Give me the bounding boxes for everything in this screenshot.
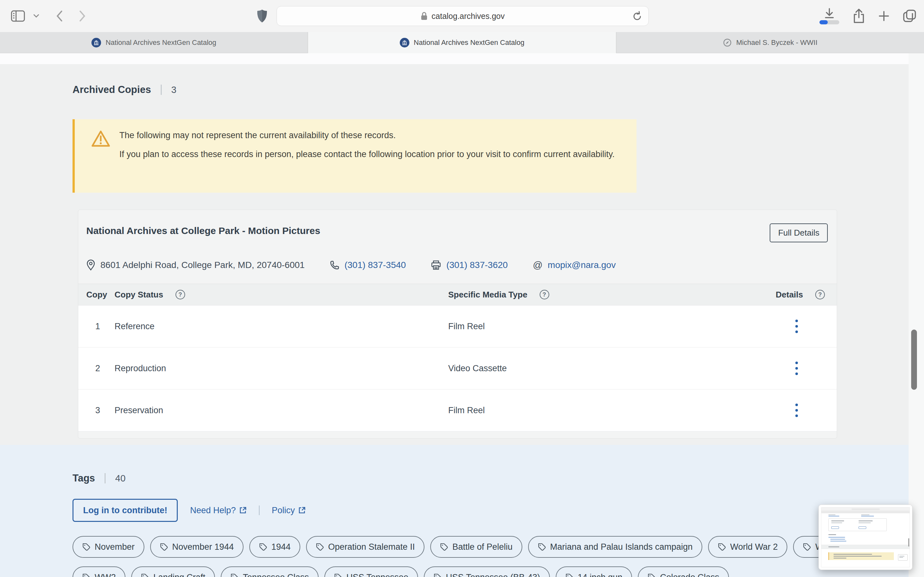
tags-actions-row: Log in to contribute! Need Help? Policy	[73, 499, 306, 522]
external-link-icon	[239, 506, 247, 514]
tab-title: Michael S. Byczek - WWII	[736, 39, 817, 47]
tag-pill-row-1: November November 1944 1944 Operation St…	[73, 536, 846, 558]
tags-heading: Tags	[73, 472, 95, 484]
copy-status: Reference	[115, 322, 448, 332]
column-header-copy-status: Copy Status	[115, 290, 163, 300]
new-tab-button[interactable]	[879, 11, 889, 21]
copy-status: Preservation	[115, 406, 448, 416]
tab-bar: National Archives NextGen Catalog Nation…	[0, 32, 924, 53]
archived-copies-heading: Archived Copies	[73, 84, 151, 95]
warning-line-2: If you plan to access these records in p…	[120, 147, 626, 161]
downloads-button[interactable]	[819, 8, 839, 24]
phone-icon	[330, 260, 339, 270]
tag-pill[interactable]: Landing Craft	[131, 566, 215, 577]
tag-pill[interactable]: USS Tennessee	[325, 566, 418, 577]
row-details-menu-button[interactable]	[764, 362, 829, 375]
tab-title: National Archives NextGen Catalog	[414, 39, 525, 47]
warning-line-1: The following may not represent the curr…	[120, 129, 626, 142]
location-address: 8601 Adelphi Road, College Park, MD, 207…	[100, 260, 305, 270]
archives-favicon-icon	[400, 38, 409, 47]
column-header-copy: Copy	[86, 290, 115, 300]
tag-pill[interactable]: Tennessee Class	[221, 566, 318, 577]
media-type: Film Reel	[448, 322, 764, 332]
location-contact-row: 8601 Adelphi Road, College Park, MD, 207…	[86, 255, 615, 275]
copy-number: 2	[86, 364, 115, 374]
location-pin-icon	[86, 259, 95, 271]
share-button[interactable]	[853, 9, 865, 23]
login-to-contribute-button[interactable]: Log in to contribute!	[73, 499, 178, 522]
tags-count: 40	[115, 473, 126, 484]
column-header-details: Details	[776, 290, 803, 300]
archived-copies-count: 3	[171, 85, 176, 95]
fax-link[interactable]: (301) 837-3620	[446, 260, 507, 270]
table-row: 3 Preservation Film Reel	[78, 390, 837, 432]
tag-pill[interactable]: Colorado Class	[638, 566, 729, 577]
tag-pill[interactable]: USS Tennessee (BB-43)	[424, 566, 550, 577]
scrollbar-thumb[interactable]	[911, 330, 917, 390]
tag-pill[interactable]: 14 inch gun	[556, 566, 632, 577]
browser-window: catalog.archives.gov	[0, 0, 924, 577]
details-help-icon[interactable]: ?	[815, 290, 825, 300]
screenshot-thumbnail-content	[821, 507, 910, 567]
heading-divider	[105, 473, 105, 484]
tag-pill[interactable]: Operation Stalemate II	[306, 536, 425, 558]
need-help-link[interactable]: Need Help?	[190, 506, 247, 516]
scrollbar-track[interactable]	[909, 53, 924, 577]
tab-overview-button[interactable]	[903, 9, 916, 23]
email-at-icon: @	[533, 259, 543, 271]
tag-pill[interactable]: November 1944	[150, 536, 244, 558]
email-link[interactable]: mopix@nara.gov	[548, 260, 615, 270]
availability-warning-banner: The following may not represent the curr…	[73, 119, 636, 193]
links-divider	[259, 506, 260, 515]
sidebar-chevron-down-icon[interactable]	[33, 14, 39, 18]
copy-number: 1	[86, 322, 115, 332]
copy-status: Reproduction	[115, 364, 448, 374]
tab-nara-catalog-2-active[interactable]: National Archives NextGen Catalog	[308, 32, 616, 53]
warning-triangle-icon	[91, 130, 111, 148]
heading-divider	[161, 85, 162, 95]
row-details-menu-button[interactable]	[764, 404, 829, 417]
reload-icon[interactable]	[632, 11, 642, 22]
forward-button[interactable]	[79, 10, 86, 22]
tab-byczek-wwii[interactable]: Michael S. Byczek - WWII	[616, 32, 924, 53]
archived-copies-section: Archived Copies 3 The following may not …	[0, 64, 909, 445]
address-bar[interactable]: catalog.archives.gov	[276, 6, 649, 26]
table-row: 1 Reference Film Reel	[78, 306, 837, 348]
media-type: Film Reel	[448, 406, 764, 416]
tab-title: National Archives NextGen Catalog	[105, 39, 216, 47]
tag-pill-row-2: WW2 Landing Craft Tennessee Class USS Te…	[73, 566, 729, 577]
copies-table: Copy Copy Status ? Specific Media Type ?…	[78, 284, 837, 432]
copies-table-header: Copy Copy Status ? Specific Media Type ?…	[78, 284, 837, 306]
location-name: National Archives at College Park - Moti…	[86, 226, 320, 236]
column-header-media-type: Specific Media Type	[448, 290, 527, 300]
tab-nara-catalog-1[interactable]: National Archives NextGen Catalog	[0, 32, 308, 53]
tags-section: Tags 40 Log in to contribute! Need Help?…	[0, 445, 909, 577]
policy-link[interactable]: Policy	[272, 506, 306, 516]
compass-favicon-icon	[723, 38, 732, 47]
phone-link[interactable]: (301) 837-3540	[344, 260, 406, 270]
back-button[interactable]	[56, 10, 63, 22]
download-progress-bar	[819, 20, 839, 24]
tag-pill[interactable]: 1944	[249, 536, 300, 558]
page-top-strip	[0, 53, 924, 64]
location-card: National Archives at College Park - Moti…	[78, 210, 837, 438]
tag-pill[interactable]: November	[73, 536, 144, 558]
sidebar-toggle-button[interactable]	[11, 10, 25, 22]
privacy-shield-icon[interactable]	[257, 9, 268, 23]
media-type: Video Cassette	[448, 364, 764, 374]
tag-pill[interactable]: WW2	[73, 566, 126, 577]
copy-status-help-icon[interactable]: ?	[176, 290, 185, 300]
archives-favicon-icon	[91, 38, 101, 47]
tag-pill[interactable]: Battle of Peleliu	[430, 536, 522, 558]
fax-printer-icon	[431, 260, 441, 270]
full-details-button[interactable]: Full Details	[770, 223, 828, 242]
row-details-menu-button[interactable]	[764, 319, 829, 333]
url-text: catalog.archives.gov	[431, 11, 505, 21]
copy-number: 3	[86, 406, 115, 416]
tag-pill[interactable]: Mariana and Palau Islands campaign	[528, 536, 702, 558]
tag-pill[interactable]: World War 2	[708, 536, 788, 558]
browser-toolbar: catalog.archives.gov	[0, 0, 924, 32]
media-type-help-icon[interactable]: ?	[540, 290, 549, 300]
lock-icon	[421, 11, 428, 21]
screenshot-thumbnail[interactable]	[819, 504, 913, 570]
